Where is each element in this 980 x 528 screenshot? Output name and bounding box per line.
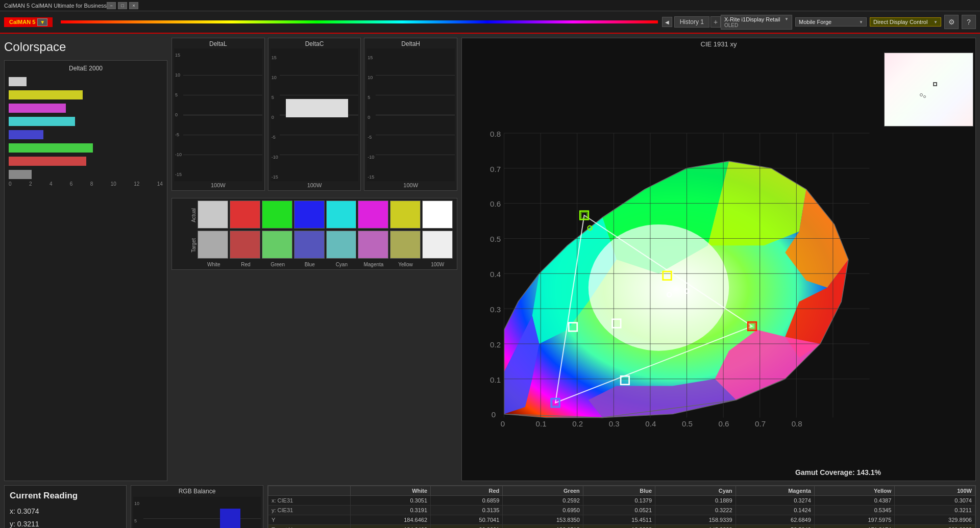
deltaC-yn5: -5 — [272, 135, 276, 140]
cie-inset — [884, 53, 973, 127]
row-y-cyan: 0.3222 — [655, 506, 736, 515]
deltaL-grid4 — [183, 155, 262, 155]
swatch-label-red: Red — [231, 262, 261, 267]
swatch-target-yellow — [390, 231, 421, 259]
logo-dropdown-arrow[interactable]: ▼ — [37, 18, 47, 26]
settings-button[interactable]: ⚙ — [944, 15, 959, 29]
bar-yellow — [9, 89, 163, 100]
row-Y-100w: 329.8906 — [895, 515, 975, 525]
rgb-y5: 5 — [134, 518, 137, 523]
bar-fill-white — [9, 77, 27, 86]
help-button[interactable]: ? — [962, 15, 976, 29]
deltaL-title: DeltaL — [174, 40, 262, 47]
th-label — [268, 486, 351, 496]
cie-section: CIE 1931 xy — [461, 38, 976, 481]
close-button[interactable]: × — [129, 2, 138, 9]
table-row-targetY: Target Y 184.6462 39.2661 132.0513 13.32… — [268, 525, 975, 529]
logo-text: CalMAN 5 — [9, 19, 35, 25]
maximize-button[interactable]: □ — [118, 2, 127, 9]
deltaC-y15: 15 — [272, 55, 277, 60]
deltaC-bar — [286, 99, 349, 117]
bar-white — [9, 76, 163, 87]
row-targetY-cyan: 145.3800 — [655, 525, 736, 529]
deltaH-y15: 15 — [368, 55, 373, 60]
tab-prev-button[interactable]: ◀ — [662, 17, 672, 27]
row-Y-label: Y — [268, 515, 351, 525]
table-row-y: y: CIE31 0.3191 0.3135 0.6950 0.0521 0.3… — [268, 506, 975, 515]
row-targetY-yellow: 171.3174 — [814, 525, 895, 529]
row-y-magenta: 0.1424 — [736, 506, 814, 515]
swatch-actual-cyan — [326, 200, 357, 229]
th-100w: 100W — [895, 486, 975, 496]
row-y-label: y: CIE31 — [268, 506, 351, 515]
svg-text:0.7: 0.7 — [490, 165, 501, 173]
tab-add-button[interactable]: + — [710, 16, 721, 28]
device1-selector[interactable]: X-Rite i1Display Retail ▼ OLED — [721, 15, 792, 30]
deltaC-grid2 — [280, 95, 359, 95]
svg-text:0.2: 0.2 — [572, 419, 583, 428]
cie-white-center — [589, 224, 729, 351]
bar-fill-red — [9, 157, 86, 166]
row-y-green: 0.6950 — [503, 506, 583, 515]
delta-charts-row: DeltaL 15 10 5 0 -5 -10 -15 — [172, 38, 457, 191]
swatch-target-magenta — [358, 231, 388, 259]
table-header-row: White Red Green Blue Cyan Magenta Yellow… — [268, 486, 975, 496]
bar-axis: 0 2 4 6 8 10 12 14 — [9, 181, 163, 187]
deltaC-area: 15 10 5 0 -5 -10 -15 — [271, 48, 359, 181]
reading-x: x: 0.3074 — [10, 505, 121, 518]
deltaC-grid3 — [280, 135, 359, 135]
minimize-button[interactable]: − — [107, 2, 116, 9]
device3-selector[interactable]: Direct Display Control ▼ — [870, 17, 941, 27]
deltaL-label: 100W — [174, 182, 262, 188]
deltaL-y15: 15 — [175, 53, 180, 58]
swatch-target-white — [198, 231, 228, 259]
tab-history1[interactable]: History 1 — [674, 16, 709, 28]
swatch-actual-green — [262, 200, 292, 229]
deltaC-y5: 5 — [272, 95, 274, 100]
swatch-actual-white — [198, 200, 228, 229]
titlebar: CalMAN 5 CalMAN Ultimate for Business − … — [0, 0, 980, 11]
svg-text:0: 0 — [501, 419, 505, 428]
bar-fill-gray — [9, 170, 32, 179]
row-x-label: x: CIE31 — [268, 496, 351, 506]
row-targetY-green: 132.0513 — [503, 525, 583, 529]
device3-name: Direct Display Control — [873, 19, 927, 25]
deltaH-chart: DeltaH 15 10 5 0 -5 -10 -15 100W — [364, 38, 457, 191]
device1-sub: OLED — [724, 22, 789, 28]
svg-text:0.5: 0.5 — [682, 419, 693, 428]
data-table: White Red Green Blue Cyan Magenta Yellow… — [267, 485, 976, 528]
deltae-bar-chart — [9, 76, 163, 180]
row-Y-yellow: 197.5975 — [814, 515, 895, 525]
deltaH-y5: 5 — [368, 95, 370, 100]
bar-fill-blue — [9, 130, 43, 139]
center-panel: DeltaL 15 10 5 0 -5 -10 -15 — [172, 38, 457, 481]
deltaH-grid2 — [376, 95, 455, 95]
deltaL-grid1 — [183, 75, 262, 76]
cie-x-axis-labels: 0 0.1 0.2 0.3 0.4 0.5 0.6 0.7 0.8 — [501, 419, 802, 428]
bar-fill-cyan — [9, 117, 75, 126]
swatch-target-cyan — [326, 231, 357, 259]
swatch-target-label-row: Target — [176, 231, 453, 260]
row-Y-blue: 15.4511 — [583, 515, 655, 525]
th-yellow: Yellow — [814, 486, 895, 496]
svg-text:0.1: 0.1 — [490, 375, 501, 384]
th-green: Green — [503, 486, 583, 496]
deltaH-grid1 — [376, 75, 455, 76]
bar-fill-green — [9, 143, 93, 153]
swatch-target-green — [262, 231, 292, 259]
th-cyan: Cyan — [655, 486, 736, 496]
deltaH-yn10: -10 — [368, 155, 374, 160]
row-y-100w: 0.3211 — [895, 506, 975, 515]
cie-inset-marker1 — [933, 82, 937, 86]
swatch-target-label: Target — [176, 238, 197, 253]
deltaH-label: 100W — [366, 182, 455, 188]
left-panel: Colorspace DeltaE 2000 — [4, 38, 167, 481]
deltaC-grid1 — [280, 75, 359, 76]
svg-text:0.1: 0.1 — [536, 419, 547, 428]
row-Y-cyan: 158.9339 — [655, 515, 736, 525]
cie-y-axis-labels: 0.8 0.7 0.6 0.5 0.4 0.3 0.2 0.1 0 — [490, 130, 501, 419]
table-row-Y: Y 184.6462 50.7041 153.8350 15.4511 158.… — [268, 515, 975, 525]
device2-selector[interactable]: Mobile Forge ▼ — [795, 17, 867, 27]
svg-text:0: 0 — [492, 410, 496, 419]
bar-magenta — [9, 103, 163, 114]
